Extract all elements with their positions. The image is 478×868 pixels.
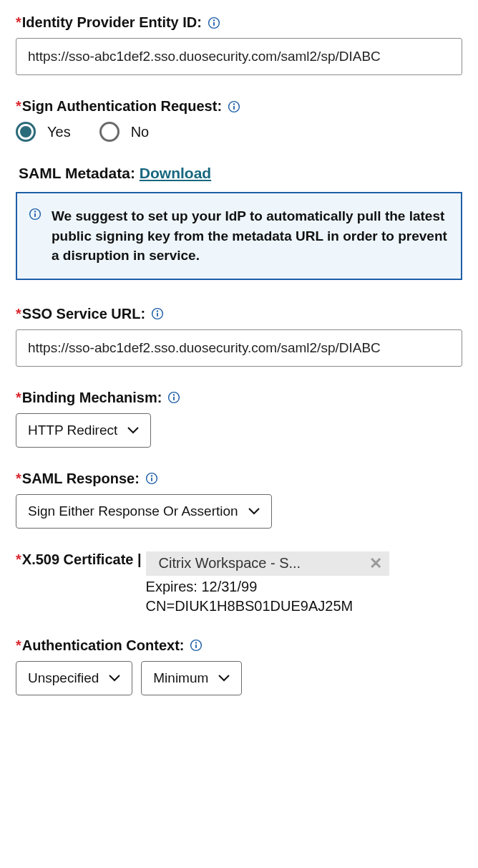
svg-rect-2 [213,21,215,25]
identity-provider-entity-id-field: *Identity Provider Entity ID: [16,14,462,75]
field-label-row: *Authentication Context: [16,637,462,654]
close-icon[interactable]: ✕ [369,554,382,573]
auth-context-select-1[interactable]: Unspecified [16,661,132,695]
svg-rect-5 [233,105,235,109]
info-icon [29,208,42,221]
svg-rect-20 [196,645,197,648]
svg-rect-14 [173,397,175,400]
required-asterisk: *Sign Authentication Request: [16,98,222,115]
sso-service-url-input[interactable] [16,329,462,367]
auth-context-value-1: Unspecified [28,670,99,686]
svg-rect-11 [157,313,158,317]
info-box-text: We suggest to set up your IdP to automat… [52,206,448,266]
chevron-down-icon [248,508,260,515]
sign-authentication-request-label: Sign Authentication Request: [22,98,222,114]
cert-chip: Citrix Workspace - S... ✕ [146,551,389,576]
cert-chip-name: Citrix Workspace - S... [159,555,301,572]
field-label-row: *Binding Mechanism: [16,390,462,406]
cert-divider: | [137,551,142,567]
identity-provider-entity-id-input[interactable] [16,38,462,75]
svg-point-13 [173,394,175,395]
required-asterisk: *Binding Mechanism: [16,390,162,406]
svg-point-4 [233,103,235,105]
info-icon[interactable] [208,16,220,29]
field-label-row: *SSO Service URL: [16,306,462,322]
svg-point-16 [151,475,152,476]
info-icon[interactable] [190,639,203,652]
cert-expires: Expires: 12/31/99 [146,579,389,595]
sso-service-url-field: *SSO Service URL: [16,306,462,367]
authentication-context-field: *Authentication Context: Unspecified Min… [16,637,462,695]
sign-auth-radio-group: Yes No [16,122,462,142]
info-icon[interactable] [151,307,164,320]
x509-certificate-field: *X.509 Certificate | Citrix Workspace - … [16,551,462,614]
radio-yes-button[interactable] [16,122,36,142]
radio-no-button[interactable] [99,122,120,142]
cert-expires-label: Expires: [146,579,197,594]
required-asterisk: *SSO Service URL: [16,306,145,322]
info-icon[interactable] [228,100,240,113]
authentication-context-label: Authentication Context: [22,637,185,653]
required-asterisk: *X.509 Certificate | [16,551,142,568]
chevron-down-icon [127,427,139,434]
idp-suggestion-info-box: We suggest to set up your IdP to automat… [16,192,462,280]
binding-mechanism-value: HTTP Redirect [28,423,117,438]
svg-point-10 [157,310,158,312]
required-asterisk: *SAML Response: [16,471,140,487]
download-link[interactable]: Download [140,165,211,181]
identity-provider-entity-id-label: Identity Provider Entity ID: [22,14,202,30]
binding-mechanism-select[interactable]: HTTP Redirect [16,413,151,448]
sso-service-url-label: SSO Service URL: [22,306,145,322]
binding-mechanism-label: Binding Mechanism: [22,390,162,405]
saml-response-select[interactable]: Sign Either Response Or Assertion [16,494,272,529]
svg-point-1 [213,19,215,21]
auth-context-selects: Unspecified Minimum [16,661,462,695]
cert-details: Citrix Workspace - S... ✕ Expires: 12/31… [146,551,389,614]
x509-certificate-label: X.509 Certificate [22,551,134,567]
required-asterisk: *Authentication Context: [16,637,184,654]
cert-expires-value: 12/31/99 [201,579,257,594]
chevron-down-icon [218,675,230,682]
radio-no[interactable]: No [99,122,150,142]
chevron-down-icon [109,675,120,682]
field-label-row: *SAML Response: [16,471,462,487]
info-icon[interactable] [145,472,158,485]
binding-mechanism-field: *Binding Mechanism: HTTP Redirect [16,390,462,448]
svg-rect-8 [34,213,36,217]
cert-cn: CN=DIUK1H8BS01DUE9AJ25M [146,598,389,614]
saml-response-label: SAML Response: [22,471,140,486]
saml-metadata-label: SAML Metadata: [19,165,135,181]
saml-response-value: Sign Either Response Or Assertion [28,503,238,519]
svg-point-19 [195,642,197,643]
saml-response-field: *SAML Response: Sign Either Response Or … [16,471,462,529]
radio-no-label: No [131,124,150,140]
field-label-row: *Sign Authentication Request: [16,98,462,115]
svg-rect-17 [151,478,152,481]
info-icon[interactable] [167,391,180,404]
field-label-row: *Identity Provider Entity ID: [16,14,462,31]
auth-context-select-2[interactable]: Minimum [141,661,242,695]
radio-yes-label: Yes [47,124,71,140]
saml-metadata-row: SAML Metadata: Download [19,165,462,182]
required-asterisk: *Identity Provider Entity ID: [16,14,202,31]
svg-point-7 [34,211,36,212]
sign-authentication-request-field: *Sign Authentication Request: Yes No [16,98,462,142]
radio-yes[interactable]: Yes [16,122,71,142]
auth-context-value-2: Minimum [153,670,208,686]
